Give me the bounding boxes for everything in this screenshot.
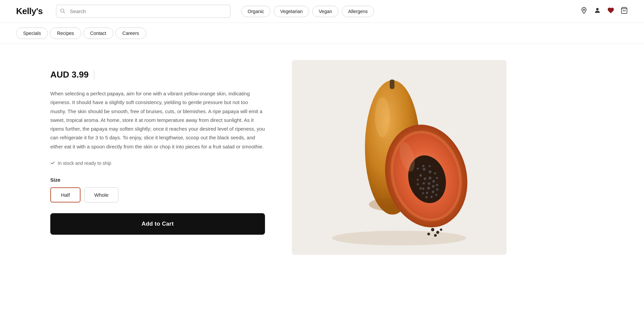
size-options: Half Whole — [50, 187, 265, 202]
nav-contact[interactable]: Contact — [83, 28, 113, 39]
svg-point-6 — [332, 231, 466, 245]
product-image — [292, 60, 506, 255]
svg-point-45 — [427, 233, 430, 235]
wishlist-icon[interactable] — [607, 7, 614, 16]
filter-vegetarian[interactable]: Vegetarian — [274, 6, 309, 17]
nav-specials[interactable]: Specials — [16, 28, 48, 39]
check-icon — [50, 160, 55, 166]
navbar: Specials Recipes Contact Careers — [0, 23, 644, 44]
account-icon[interactable] — [594, 7, 601, 16]
stock-status: In stock and ready to ship — [50, 160, 265, 166]
price-divider — [94, 70, 94, 80]
papaya-illustration — [292, 60, 506, 255]
search-icon — [60, 8, 65, 14]
svg-point-9 — [375, 97, 390, 137]
location-icon[interactable] — [580, 7, 588, 16]
svg-point-43 — [431, 228, 434, 231]
svg-point-3 — [596, 8, 598, 10]
nav-recipes[interactable]: Recipes — [50, 28, 81, 39]
nav-careers[interactable]: Careers — [115, 28, 146, 39]
filter-allergens[interactable]: Allergens — [342, 6, 374, 17]
svg-point-44 — [436, 231, 439, 234]
size-section: Size Half Whole — [50, 177, 265, 202]
header: Kelly's Organic Vegetarian Vegan Allerge… — [0, 0, 644, 23]
header-icons — [580, 7, 628, 16]
size-whole[interactable]: Whole — [85, 187, 118, 202]
svg-line-1 — [64, 12, 65, 13]
svg-point-47 — [434, 234, 437, 237]
cart-icon[interactable] — [621, 7, 628, 16]
filter-tags: Organic Vegetarian Vegan Allergens — [241, 6, 374, 17]
price-row: AUD 3.99 — [50, 70, 265, 80]
stock-text: In stock and ready to ship — [58, 160, 111, 166]
svg-point-2 — [583, 9, 585, 11]
search-input[interactable] — [56, 5, 230, 18]
filter-vegan[interactable]: Vegan — [312, 6, 338, 17]
size-label: Size — [50, 177, 265, 183]
filter-organic[interactable]: Organic — [241, 6, 270, 17]
product-price: AUD 3.99 — [50, 70, 89, 80]
size-half[interactable]: Half — [50, 187, 80, 202]
search-wrapper — [56, 5, 230, 18]
product-description: When selecting a perfect papaya, aim for… — [50, 89, 265, 151]
add-to-cart-button[interactable]: Add to Cart — [50, 213, 265, 235]
main-content: AUD 3.99 When selecting a perfect papaya… — [0, 44, 644, 271]
svg-point-46 — [440, 229, 442, 231]
svg-rect-8 — [390, 80, 394, 89]
logo[interactable]: Kelly's — [16, 6, 43, 16]
product-info: AUD 3.99 When selecting a perfect papaya… — [50, 60, 265, 235]
